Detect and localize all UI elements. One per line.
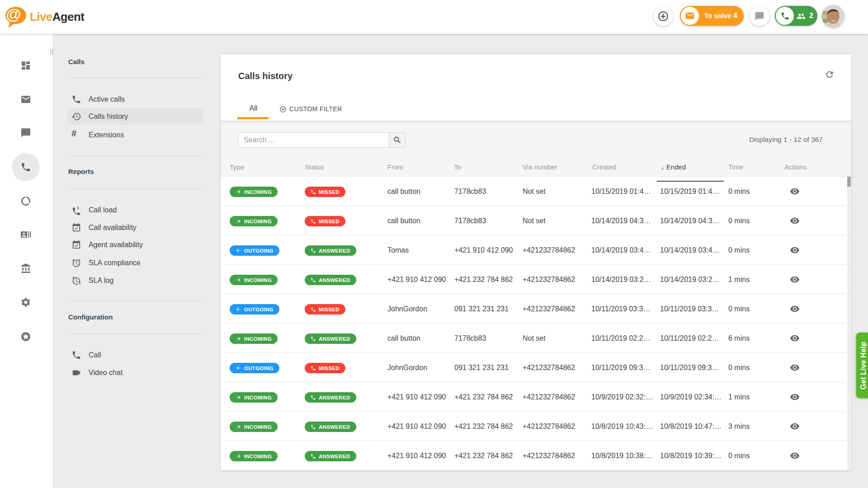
svg-text:@: @	[6, 5, 21, 23]
